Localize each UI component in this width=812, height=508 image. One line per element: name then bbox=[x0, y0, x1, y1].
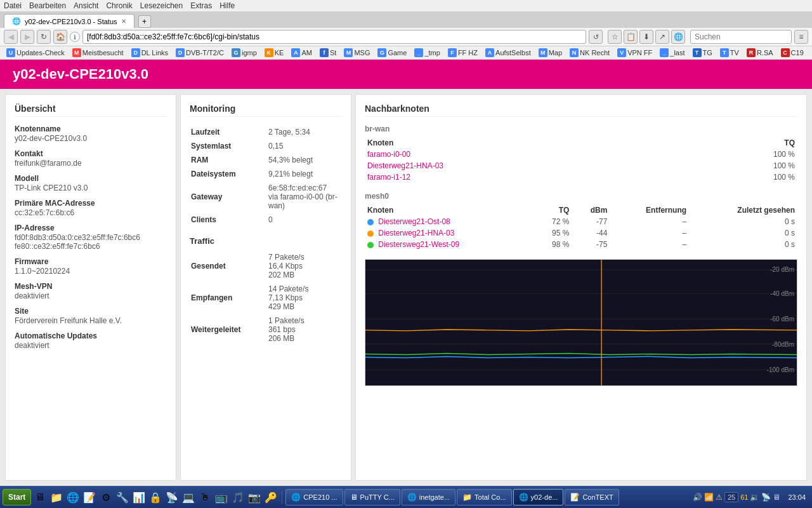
bm-map[interactable]: M Map bbox=[536, 48, 565, 58]
tb-icon-13[interactable]: 🎵 bbox=[230, 490, 246, 505]
active-tab[interactable]: 🌐 y02-dev-CPE210v3.0 - Status ✕ bbox=[4, 14, 134, 28]
tb-icon-3[interactable]: 🌐 bbox=[65, 490, 81, 505]
share-button[interactable]: ↗ bbox=[655, 30, 669, 44]
network-icon[interactable]: 📶 bbox=[704, 493, 714, 502]
tab-close-button[interactable]: ✕ bbox=[121, 18, 126, 25]
bm-tg[interactable]: T TG bbox=[690, 48, 715, 58]
neighbors-panel: Nachbarknoten br-wan Knoten TQ faramo-i0… bbox=[355, 94, 807, 481]
tb-icon-7[interactable]: 📊 bbox=[131, 490, 147, 505]
tb-icon-10[interactable]: 💻 bbox=[181, 490, 196, 505]
tb-cpe210[interactable]: 🌐 CPE210 ... bbox=[285, 489, 343, 505]
menu-hilfe[interactable]: Hilfe bbox=[219, 1, 235, 10]
forward-button[interactable]: ▶ bbox=[20, 30, 34, 44]
reload-button[interactable]: ↻ bbox=[37, 30, 51, 44]
tb-icon-11[interactable]: 🖱 bbox=[197, 490, 213, 505]
search-input[interactable] bbox=[690, 30, 792, 44]
faramo-i1-12-link[interactable]: faramo-i1-12 bbox=[367, 173, 410, 182]
bm-rsa[interactable]: R R.SA bbox=[744, 48, 776, 58]
tb-icon-2[interactable]: 📁 bbox=[49, 490, 64, 505]
tb-icon-12[interactable]: 📺 bbox=[214, 490, 229, 505]
bm-tmp-label: _tmp bbox=[424, 49, 440, 57]
tab-bar: 🌐 y02-dev-CPE210v3.0 - Status ✕ + bbox=[0, 12, 812, 28]
bm-last[interactable]: _ _last bbox=[657, 48, 687, 58]
start-button[interactable]: Start bbox=[3, 489, 31, 505]
mesh0-tq-header: TQ bbox=[533, 204, 572, 216]
bm-vpnff[interactable]: V VPN FF bbox=[615, 48, 655, 58]
back-button[interactable]: ◀ bbox=[4, 30, 18, 44]
gesendet-value: 7 Pakete/s16,4 Kbps202 MB bbox=[268, 251, 341, 281]
bluetooth-icon[interactable]: 📡 bbox=[761, 493, 771, 502]
bookmark-add-button[interactable]: 📋 bbox=[624, 30, 638, 44]
bm-dvb[interactable]: D DVB-T/T2/C bbox=[173, 48, 226, 58]
home-button[interactable]: 🏠 bbox=[53, 30, 67, 44]
bm-ke[interactable]: K KE bbox=[262, 48, 287, 58]
bm-ke-label: KE bbox=[275, 49, 284, 57]
chart-label-80dbm: -80dBm bbox=[772, 341, 794, 348]
address-bar[interactable] bbox=[82, 30, 586, 44]
tb-icon-9[interactable]: 📡 bbox=[164, 490, 180, 505]
bm-updates-check[interactable]: U Updates-Check bbox=[4, 48, 67, 58]
display-icon[interactable]: 🖥 bbox=[773, 493, 780, 502]
bm-game[interactable]: G Game bbox=[375, 48, 409, 58]
tb-icon-1[interactable]: 🖥 bbox=[32, 490, 48, 505]
tb-icon-14[interactable]: 📷 bbox=[247, 490, 262, 505]
tb-icon-4[interactable]: 📝 bbox=[82, 490, 97, 505]
lock-icon: ℹ bbox=[70, 32, 80, 42]
tb-inetgate[interactable]: 🌐 inetgate... bbox=[402, 489, 455, 505]
monitoring-panel: Monitoring Laufzeit 2 Tage, 5:34 Systeml… bbox=[180, 94, 351, 481]
ost-08-dbm: -77 bbox=[572, 216, 610, 227]
tb-icon-8[interactable]: 🔒 bbox=[148, 490, 163, 505]
diesterweg21-west-09-link[interactable]: Diestersweg21-West-09 bbox=[378, 240, 459, 249]
menu-ansicht[interactable]: Ansicht bbox=[74, 1, 98, 10]
menu-chronik[interactable]: Chronik bbox=[106, 1, 132, 10]
bm-dl-links[interactable]: D DL Links bbox=[129, 48, 171, 58]
diesterweg21-ost-08-link[interactable]: Diesterweg21-Ost-08 bbox=[378, 217, 450, 226]
bookmarks-bar: U Updates-Check M Meistbesucht D DL Link… bbox=[0, 46, 812, 60]
menu-datei[interactable]: Datei bbox=[4, 1, 22, 10]
sound-icon[interactable]: 🔉 bbox=[750, 493, 759, 502]
faramo-i0-00-link[interactable]: faramo-i0-00 bbox=[367, 150, 410, 159]
tb-context[interactable]: 📝 ConTEXT bbox=[565, 489, 619, 505]
empfangen-value: 14 Pakete/s7,13 Kbps429 MB bbox=[268, 283, 341, 313]
bm-ffhz[interactable]: F FF HZ bbox=[445, 48, 480, 58]
bm-c19[interactable]: C C19 bbox=[778, 48, 806, 58]
bookmark-star-button[interactable]: ☆ bbox=[608, 30, 622, 44]
menu-lesezeichen[interactable]: Lesezeichen bbox=[140, 1, 183, 10]
tb-totalco[interactable]: 📁 Total Co... bbox=[457, 489, 512, 505]
mesh0-knoten-header: Knoten bbox=[365, 204, 533, 216]
bm-game-icon: G bbox=[377, 48, 386, 57]
new-tab-button[interactable]: + bbox=[138, 15, 151, 28]
tb-y02de[interactable]: 🌐 y02-de... bbox=[513, 489, 564, 505]
tb-putty[interactable]: 🖥 PuTTY C... bbox=[344, 489, 400, 505]
bm-igmp[interactable]: G igmp bbox=[229, 48, 259, 58]
bm-nkrecht[interactable]: N NK Recht bbox=[567, 48, 612, 58]
bm-aufst[interactable]: A AufstSelbst bbox=[483, 48, 534, 58]
table-row: faramo-i0-00 100 % bbox=[365, 149, 797, 160]
bm-meistbesucht[interactable]: M Meistbesucht bbox=[70, 48, 126, 58]
download-button[interactable]: ⬇ bbox=[639, 30, 653, 44]
menu-bearbeiten[interactable]: Bearbeiten bbox=[29, 1, 66, 10]
dot-blue-icon bbox=[367, 219, 374, 225]
menu-button[interactable]: ≡ bbox=[794, 30, 808, 44]
translate-button[interactable]: 🌐 bbox=[671, 30, 685, 44]
table-row: Diestersweg21-West-09 98 % -75 – 0 s bbox=[365, 239, 797, 250]
bm-msg[interactable]: M MSG bbox=[341, 48, 372, 58]
volume-icon[interactable]: 🔊 bbox=[693, 493, 702, 502]
bm-tmp[interactable]: _ _tmp bbox=[412, 48, 442, 58]
bm-nkrecht-label: NK Recht bbox=[580, 49, 610, 57]
diesterweg21-hna-03-link[interactable]: Diesterweg21-HNA-03 bbox=[378, 229, 454, 237]
laufzeit-label: Laufzeit bbox=[191, 126, 267, 138]
bm-tv[interactable]: T TV bbox=[717, 48, 742, 58]
diesterweg21-hna-03-brwan-link[interactable]: Diesterweg21-HNA-03 bbox=[367, 161, 443, 170]
bm-am[interactable]: A AM bbox=[289, 48, 315, 58]
mesh0-zuletzt-header: Zuletzt gesehen bbox=[689, 204, 797, 216]
mesh0-title: mesh0 bbox=[365, 192, 797, 201]
taskbar-separator bbox=[282, 491, 282, 504]
refresh-button[interactable]: ↺ bbox=[589, 30, 603, 44]
tb-icon-5[interactable]: ⚙ bbox=[98, 490, 114, 505]
systemlast-value: 0,15 bbox=[268, 140, 341, 152]
bm-st[interactable]: f St bbox=[317, 48, 339, 58]
tb-icon-15[interactable]: 🔑 bbox=[263, 490, 278, 505]
tb-icon-6[interactable]: 🔧 bbox=[115, 490, 130, 505]
menu-extras[interactable]: Extras bbox=[190, 1, 212, 10]
